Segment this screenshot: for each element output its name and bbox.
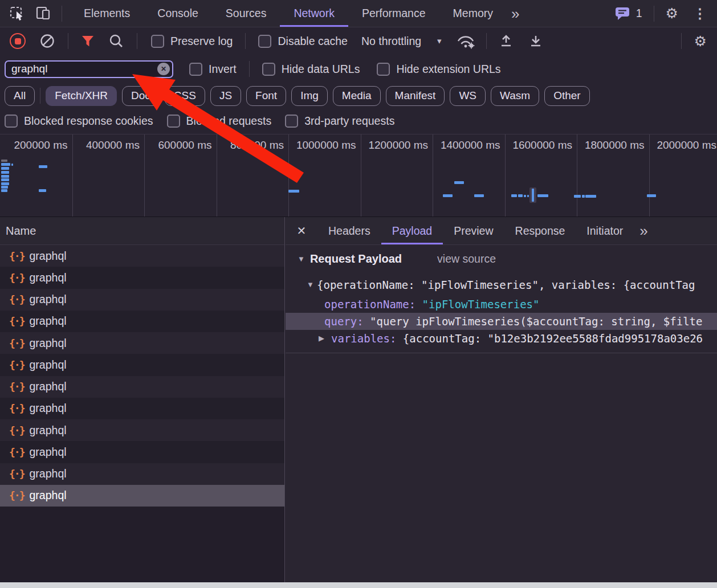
view-source-link[interactable]: view source [437, 252, 496, 266]
payload-entry-variables[interactable]: ▶variables: {accountTag: "b12e3b2192ee55… [286, 330, 717, 347]
top-tab-sources[interactable]: Sources [212, 0, 280, 27]
type-chip-img[interactable]: Img [291, 86, 328, 106]
request-row[interactable]: {·}graphql [0, 267, 284, 288]
waterfall-bar [1, 160, 7, 162]
request-name: graphql [30, 271, 67, 284]
record-stop-icon[interactable] [10, 33, 26, 49]
timeline-tick-label: 1400000 ms [421, 139, 500, 152]
timeline-tick-label: 2000000 ms [637, 139, 716, 152]
json-braces-icon: {·} [9, 489, 25, 501]
disable-cache-checkbox[interactable] [258, 35, 271, 48]
request-name: graphql [30, 337, 67, 350]
preserve-log-checkbox[interactable] [151, 35, 164, 48]
type-chip-js[interactable]: JS [210, 86, 241, 106]
request-row[interactable]: {·}graphql [0, 463, 284, 485]
inspect-cursor-icon[interactable] [9, 6, 25, 22]
messages-icon[interactable] [614, 6, 632, 21]
request-name: graphql [30, 315, 67, 328]
blocked-requests-checkbox[interactable] [167, 115, 180, 128]
blocked-response-cookies-checkbox[interactable] [5, 115, 18, 128]
settings-gear-icon[interactable]: ⚙ [694, 34, 707, 48]
collapse-triangle-icon[interactable]: ▼ [307, 276, 314, 293]
request-row[interactable]: {·}graphql [0, 376, 284, 398]
blocked-response-cookies-label: Blocked response cookies [24, 115, 153, 128]
type-chip-css[interactable]: CSS [165, 86, 205, 106]
waterfall-bar [39, 165, 47, 168]
settings-gear-icon[interactable]: ⚙ [666, 6, 678, 21]
type-chip-media[interactable]: Media [333, 86, 381, 106]
screenshot-bottom-edge [0, 582, 717, 588]
payload-key: variables: [331, 332, 403, 345]
chevron-double-right-icon[interactable]: » [511, 6, 519, 21]
top-tab-console[interactable]: Console [144, 0, 212, 27]
detail-tab-initiator[interactable]: Initiator [576, 217, 634, 244]
type-chip-all[interactable]: All [5, 86, 35, 106]
toolbar-divider [654, 6, 654, 22]
waterfall-bar [454, 181, 464, 184]
filter-input[interactable] [5, 60, 173, 78]
type-chip-ws[interactable]: WS [450, 86, 486, 106]
search-icon[interactable] [108, 33, 124, 49]
toolbar-divider [249, 61, 250, 77]
clear-filter-icon[interactable]: ✕ [157, 63, 170, 75]
detail-tab-preview[interactable]: Preview [443, 217, 504, 244]
type-chip-other[interactable]: Other [544, 86, 590, 106]
detail-tab-payload[interactable]: Payload [381, 217, 443, 244]
payload-root-line[interactable]: ▼ {operationName: "ipFlowTimeseries", va… [286, 276, 717, 293]
hide-data-urls-label: Hide data URLs [282, 63, 360, 76]
payload-entry-query[interactable]: query: "query ipFlowTimeseries($accountT… [286, 313, 717, 330]
throttling-select[interactable]: No throttling [361, 35, 421, 48]
close-x-icon[interactable]: ✕ [286, 217, 317, 244]
hide-extension-urls-label: Hide extension URLs [396, 63, 500, 76]
hide-data-urls-checkbox[interactable] [262, 63, 275, 76]
export-har-icon[interactable] [528, 33, 544, 49]
import-har-icon[interactable] [498, 33, 514, 49]
request-row[interactable]: {·}graphql [0, 332, 284, 354]
top-tab-elements[interactable]: Elements [70, 0, 144, 27]
request-name: graphql [30, 293, 67, 306]
request-row[interactable]: {·}graphql [0, 441, 284, 463]
filter-icon[interactable] [81, 35, 95, 47]
top-tab-memory[interactable]: Memory [439, 0, 507, 27]
type-chip-fetch-xhr[interactable]: Fetch/XHR [46, 86, 117, 106]
request-row[interactable]: {·}graphql [0, 289, 284, 311]
3rd-party-requests-label: 3rd-party requests [304, 115, 394, 128]
collapse-triangle-icon[interactable]: ▶ [319, 330, 324, 347]
clear-icon[interactable] [39, 33, 55, 49]
network-panel-split: Name {·}graphql{·}graphql{·}graphql{·}gr… [0, 217, 717, 582]
request-row[interactable]: {·}graphql [0, 419, 284, 441]
payload-entry-operationname[interactable]: operationName: "ipFlowTimeseries" [286, 296, 717, 313]
network-conditions-icon[interactable] [455, 34, 476, 49]
top-tab-network[interactable]: Network [280, 0, 348, 27]
request-row[interactable]: {·}graphql [0, 354, 284, 375]
json-braces-icon: {·} [9, 424, 25, 436]
type-chip-wasm[interactable]: Wasm [491, 86, 539, 106]
type-chip-font[interactable]: Font [246, 86, 286, 106]
payload-key: query: [324, 315, 370, 328]
request-row[interactable]: {·}graphql [0, 311, 284, 332]
request-row[interactable]: {·}graphql [0, 485, 284, 507]
waterfall-bar [524, 195, 526, 197]
detail-tab-headers[interactable]: Headers [317, 217, 381, 244]
invert-checkbox[interactable] [189, 63, 202, 76]
collapse-triangle-icon[interactable]: ▼ [298, 255, 305, 263]
device-toolbar-icon[interactable] [35, 6, 51, 21]
request-row[interactable]: {·}graphql [0, 245, 284, 267]
3rd-party-requests-checkbox[interactable] [285, 115, 298, 128]
request-options-row: Blocked response cookiesBlocked requests… [0, 108, 717, 134]
kebab-menu-icon[interactable]: ⋮ [693, 7, 707, 21]
chevron-down-icon[interactable]: ▾ [437, 36, 442, 46]
hide-extension-urls-checkbox[interactable] [377, 63, 390, 76]
type-chip-doc[interactable]: Doc [122, 86, 160, 106]
detail-tab-response[interactable]: Response [504, 217, 576, 244]
name-column-header[interactable]: Name [0, 217, 284, 245]
request-name: graphql [30, 358, 67, 371]
network-overview-timeline[interactable]: 200000 ms400000 ms600000 ms800000 ms1000… [0, 134, 717, 217]
request-row[interactable]: {·}graphql [0, 398, 284, 419]
chevron-double-right-icon[interactable]: » [639, 223, 647, 238]
top-tab-performance[interactable]: Performance [348, 0, 439, 27]
option-3rd-party-requests: 3rd-party requests [285, 115, 394, 128]
option-blocked-response-cookies: Blocked response cookies [5, 115, 153, 128]
type-chip-manifest[interactable]: Manifest [386, 86, 445, 106]
timeline-tick-label: 800000 ms [204, 139, 284, 152]
